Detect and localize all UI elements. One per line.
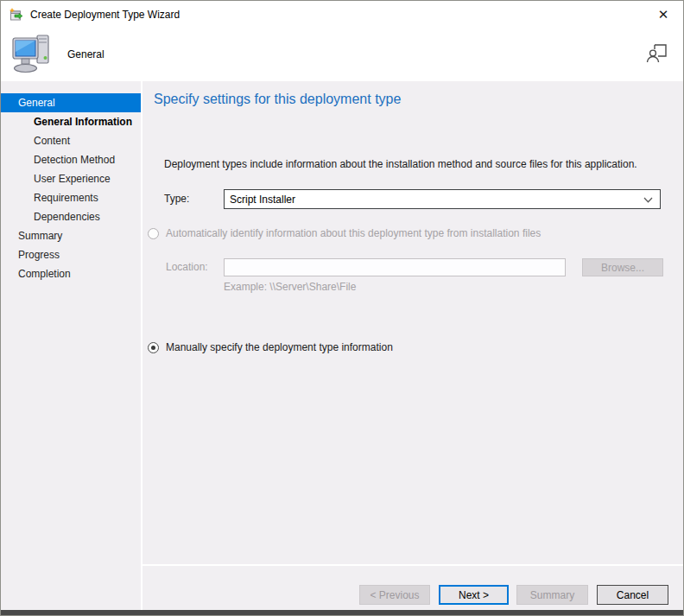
wizard-header: General — [1, 29, 683, 81]
sidebar-item-detection-method[interactable]: Detection Method — [1, 150, 141, 169]
type-select[interactable]: Script Installer — [224, 189, 661, 209]
page-content: Specify settings for this deployment typ… — [142, 81, 684, 612]
sidebar-item-general-information[interactable]: General Information — [1, 112, 141, 131]
next-button[interactable]: Next > — [439, 585, 509, 605]
previous-button: < Previous — [359, 585, 430, 605]
sidebar-item-user-experience[interactable]: User Experience — [1, 169, 141, 188]
wizard-icon — [10, 8, 23, 22]
wizard-body: General General Information Content Dete… — [1, 81, 683, 612]
header-page-title: General — [67, 29, 104, 81]
type-select-value: Script Installer — [230, 194, 643, 206]
location-label: Location: — [166, 258, 208, 276]
computer-icon — [11, 33, 54, 79]
auto-identify-option: Automatically identify information about… — [148, 227, 541, 239]
window-bottom-edge — [1, 610, 683, 615]
sidebar-item-completion[interactable]: Completion — [1, 264, 141, 283]
location-input — [224, 258, 566, 276]
sidebar-item-general[interactable]: General — [1, 93, 141, 112]
window-title: Create Deployment Type Wizard — [30, 1, 180, 29]
create-deployment-type-wizard-window: Create Deployment Type Wizard ✕ General — [0, 0, 684, 616]
type-label: Type: — [164, 189, 189, 209]
page-description: Deployment types include information abo… — [164, 158, 637, 170]
footer-separator — [142, 564, 683, 566]
chevron-down-icon — [643, 194, 653, 206]
manual-specify-label: Manually specify the deployment type inf… — [163, 341, 393, 353]
wizard-nav: General General Information Content Dete… — [1, 81, 141, 612]
browse-button: Browse... — [582, 258, 663, 276]
auto-identify-radio — [148, 228, 159, 239]
summary-button: Summary — [516, 585, 588, 605]
help-icon[interactable] — [645, 43, 668, 64]
sidebar-item-summary[interactable]: Summary — [1, 226, 141, 245]
manual-specify-radio[interactable] — [148, 342, 159, 353]
close-icon[interactable]: ✕ — [643, 1, 683, 28]
page-heading: Specify settings for this deployment typ… — [154, 92, 401, 107]
manual-specify-option[interactable]: Manually specify the deployment type inf… — [148, 341, 393, 353]
sidebar-item-progress[interactable]: Progress — [1, 245, 141, 264]
sidebar-item-requirements[interactable]: Requirements — [1, 188, 141, 207]
cancel-button[interactable]: Cancel — [597, 585, 668, 605]
titlebar: Create Deployment Type Wizard ✕ — [1, 1, 683, 29]
auto-identify-label: Automatically identify information about… — [163, 227, 541, 239]
sidebar-item-dependencies[interactable]: Dependencies — [1, 207, 141, 226]
sidebar-item-content[interactable]: Content — [1, 131, 141, 150]
location-example-hint: Example: \\Server\Share\File — [224, 281, 356, 293]
